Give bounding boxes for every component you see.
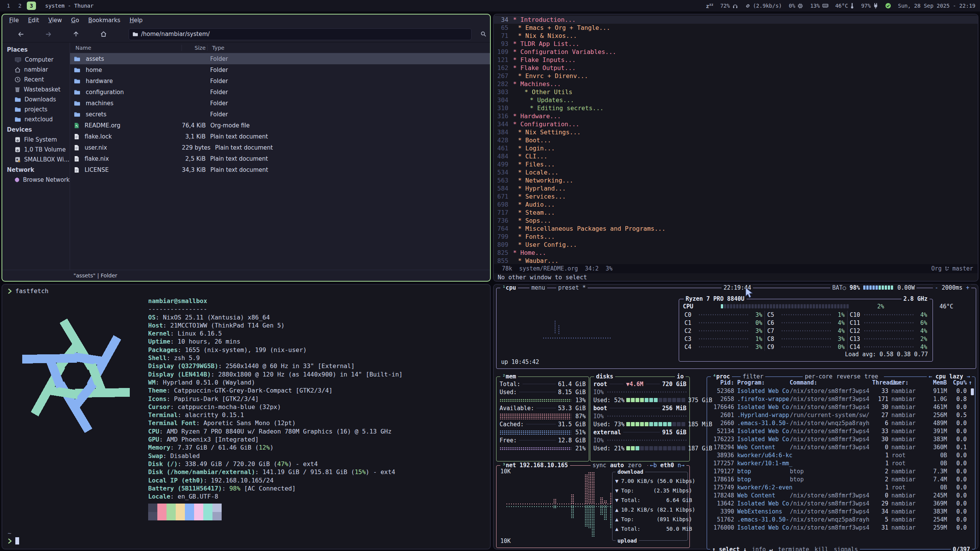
org-heading-line[interactable]: 344* Configuration... <box>494 120 978 128</box>
proc-row-52134[interactable]: 52134Isolated Web Co/nix/store/sm8fmrf3w… <box>707 427 975 435</box>
org-heading-line[interactable]: 428* Boot... <box>494 136 978 144</box>
proc-row-3390[interactable]: 3390WebExtensions/nix/store/sm8fmrf3wps4… <box>707 507 975 515</box>
net-tab-auto[interactable]: auto <box>610 462 624 469</box>
workspace-3[interactable]: 3 <box>27 2 36 10</box>
org-heading-line[interactable]: 310* Editing secrets... <box>494 104 978 112</box>
org-heading-line[interactable]: 563* Networking... <box>494 176 978 184</box>
sidebar-item-smallbox-wi-[interactable]: SMALLBOX Wi... <box>2 155 70 165</box>
file-row-secrets[interactable]: secrets Folder <box>70 109 490 120</box>
proc-tabs[interactable]: per-corereversetree <box>803 373 884 380</box>
cpu-box-title[interactable]: ¹cpu <box>500 284 518 291</box>
workspace-1[interactable]: 1 <box>4 2 13 10</box>
org-heading-line[interactable]: 304* Updates... <box>494 96 978 104</box>
org-heading-line[interactable]: 717* Steam... <box>494 209 978 217</box>
net-iface-tab[interactable]: ←b eth0 n→ <box>648 462 686 469</box>
path-input[interactable]: /home/nambiar/system/ <box>129 28 472 40</box>
file-row-user-nix[interactable]: user.nix 229 bytes Plain text document <box>70 142 490 153</box>
sidebar-item-1-0-tb-volume[interactable]: 1,0 TB Volume <box>2 145 70 155</box>
disks-box-title[interactable]: disks <box>594 373 615 380</box>
proc-row-52368[interactable]: 52368Isolated Web Co/nix/store/sm8fmrf3w… <box>707 387 975 395</box>
forward-button[interactable] <box>42 28 55 40</box>
org-heading-line[interactable]: 809* User Config... <box>494 241 978 249</box>
org-heading-line[interactable]: 799* Fonts... <box>494 233 978 241</box>
org-heading-line[interactable]: 736* Sops... <box>494 217 978 225</box>
proc-row-178248[interactable]: 178248Web Content/nix/store/sm8fmrf3wps4… <box>707 491 975 499</box>
org-heading-line[interactable]: 384* Nix Settings... <box>494 128 978 136</box>
net-tabs[interactable]: syncautozero <box>591 462 647 469</box>
file-row-machines[interactable]: machines Folder <box>70 98 490 109</box>
menu-view[interactable]: View <box>44 16 67 25</box>
org-heading-line[interactable]: 267* Envrc + Direnv... <box>494 72 978 80</box>
sidebar-item-file-system[interactable]: File System <box>2 135 70 145</box>
proc-row-51762[interactable]: 51762.emacs-31.0.50-/nix/store/wnqz5pa8r… <box>707 515 975 523</box>
io-tab[interactable]: io <box>675 373 686 380</box>
org-heading-line[interactable]: 855* Waubar... <box>494 257 978 265</box>
mem-box-title[interactable]: ²mem <box>500 373 518 380</box>
org-heading-line[interactable]: 499* Files... <box>494 160 978 168</box>
net-tab-zero[interactable]: zero <box>628 462 642 469</box>
file-row-home[interactable]: home Folder <box>70 64 490 75</box>
proc-row-176000[interactable]: 176000Isolated Web Co/nix/store/sm8fmrf3… <box>707 523 975 531</box>
file-row-configuration[interactable]: configuration Folder <box>70 86 490 98</box>
menu-go[interactable]: Go <box>67 16 84 25</box>
org-heading-line[interactable]: 764* Miscellaneous Packages and Programs… <box>494 225 978 233</box>
net-tab-sync[interactable]: sync <box>593 462 606 469</box>
proc-row-175749[interactable]: 175749kworker/6:2-even1root0B0.0 <box>707 483 975 491</box>
column-header-type[interactable]: Type <box>207 45 490 51</box>
sidebar-item-browse-network[interactable]: Browse Network <box>2 175 70 185</box>
org-heading-line[interactable]: 93* TLDR App List... <box>494 40 978 48</box>
proc-tab-per-core[interactable]: per-core <box>805 373 832 380</box>
sidebar-item-downloads[interactable]: Downloads <box>2 95 70 104</box>
org-heading-line[interactable]: 584* Hyprland... <box>494 184 978 192</box>
sidebar-item-nextcloud[interactable]: nextcloud <box>2 114 70 124</box>
org-heading-line[interactable]: 534* Locale... <box>494 168 978 176</box>
proc-row-178616[interactable]: 178616btopbtop2nambiar7.4M0.0 <box>707 475 975 483</box>
org-heading-line[interactable]: 461* Login... <box>494 144 978 152</box>
sidebar-item-recent[interactable]: Recent <box>2 75 70 85</box>
menu-file[interactable]: File <box>5 16 23 25</box>
proc-action-terminate[interactable]: terminate <box>778 546 809 551</box>
filter-tab[interactable]: filter <box>741 373 765 380</box>
proc-action-select[interactable]: ↑ select ↓ <box>712 546 746 551</box>
home-button[interactable] <box>97 28 110 40</box>
menu-edit[interactable]: Edit <box>23 16 44 25</box>
proc-row-179127[interactable]: 179127btopbtop2nambiar7.3M0.0 <box>707 467 975 475</box>
org-heading-line[interactable]: 65* Emacs + Org + Tangle... <box>494 24 978 32</box>
proc-row-2601[interactable]: 2601.Hyprland-wrapp/run/current-system/s… <box>707 411 975 419</box>
column-header-name[interactable]: Name <box>70 45 182 51</box>
org-heading-line[interactable]: 316* Hardware... <box>494 112 978 120</box>
file-row-assets[interactable]: assets Folder <box>70 53 490 64</box>
org-heading-line[interactable]: 484* CLI... <box>494 152 978 160</box>
proc-row-178294[interactable]: 178294Web Content/nix/store/sm8fmrf3wps4… <box>707 443 975 451</box>
sidebar-item-wastebasket[interactable]: Wastebasket <box>2 85 70 95</box>
shell-prompt[interactable] <box>8 537 19 544</box>
sidebar-item-nambiar[interactable]: nambiar <box>2 65 70 75</box>
back-button[interactable] <box>15 28 28 40</box>
org-heading-line[interactable]: 34* Introduction... <box>494 16 978 24</box>
proc-row-2658[interactable]: 2658.firefox-wrappe/nix/store/sm8fmrf3wp… <box>707 395 975 403</box>
workspace-2[interactable]: 2 <box>15 2 24 10</box>
org-heading-line[interactable]: 109* Configuration Variables... <box>494 48 978 56</box>
proc-scrollbar[interactable] <box>971 388 974 395</box>
org-heading-line[interactable]: 282* Machines... <box>494 80 978 88</box>
proc-row-38936[interactable]: 38936kworker/u64:6-kc1root0B0.0 <box>707 451 975 459</box>
file-row-license[interactable]: LICENSE 34,3 KiB Plain text document <box>70 164 490 175</box>
proc-row-2660[interactable]: 2660.emacs-31.0.50-/nix/store/wnqz5pa8ra… <box>707 419 975 427</box>
up-button[interactable] <box>70 28 83 40</box>
proc-footer[interactable]: ↑ select ↓info ↵terminatekillsignals <box>710 546 860 551</box>
org-heading-line[interactable]: 825* Home... <box>494 249 978 257</box>
file-row-hardware[interactable]: hardware Folder <box>70 75 490 86</box>
menu-help[interactable]: Help <box>125 16 147 25</box>
proc-action-info[interactable]: info ↵ <box>752 546 773 551</box>
proc-tab-reverse[interactable]: reverse <box>836 373 861 380</box>
proc-row-176223[interactable]: 176223Isolated Web Co/nix/store/sm8fmrf3… <box>707 435 975 443</box>
org-heading-line[interactable]: 162* Flake Output... <box>494 64 978 72</box>
file-row-flake-nix[interactable]: flake.nix 2,5 KiB Plain text document <box>70 153 490 164</box>
org-heading-line[interactable]: 671* Services... <box>494 192 978 201</box>
preset-tab[interactable]: preset * <box>556 284 588 291</box>
org-heading-line[interactable]: 71* Nix & Nixos... <box>494 32 978 40</box>
file-row-flake-lock[interactable]: flake.lock 3,1 KiB Plain text document <box>70 131 490 142</box>
menu-bookmarks[interactable]: Bookmarks <box>84 16 125 25</box>
org-heading-line[interactable]: 698* Audio... <box>494 201 978 209</box>
menu-tab[interactable]: menu <box>529 284 547 291</box>
